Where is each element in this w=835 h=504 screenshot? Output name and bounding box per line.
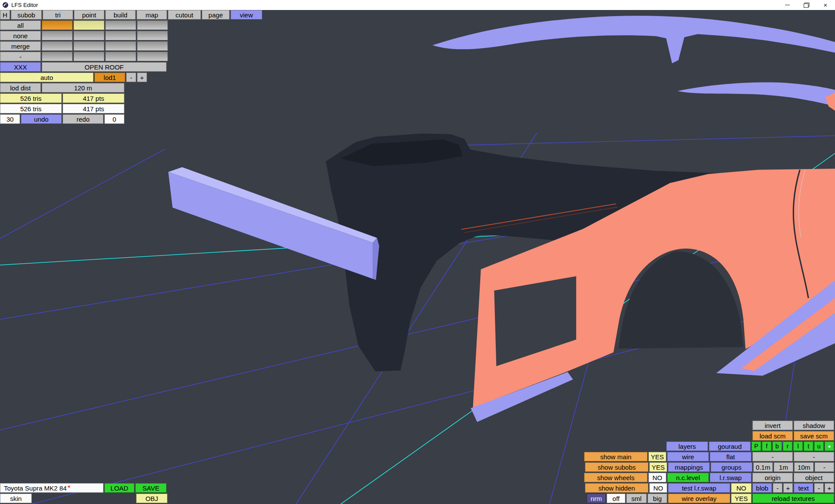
groups-button[interactable]: groups: [711, 462, 752, 472]
wire-overlay-button[interactable]: wire overlay: [668, 494, 730, 503]
channel-u-button[interactable]: u: [814, 441, 824, 451]
test-lr-swap-value[interactable]: NO: [731, 483, 752, 493]
nrm-sml-button[interactable]: sml: [626, 494, 647, 503]
lod-button[interactable]: lod1: [94, 73, 125, 82]
channel-t-button[interactable]: t: [804, 441, 813, 451]
texture-cell[interactable]: [42, 52, 73, 61]
xxx-button[interactable]: XXX: [0, 62, 41, 72]
model-name[interactable]: Toyota Supra MK2 84*: [0, 483, 104, 493]
redo-button[interactable]: redo: [63, 114, 104, 124]
nrm-off-button[interactable]: off: [607, 494, 625, 503]
texture-cell[interactable]: [105, 52, 136, 61]
texture-cell[interactable]: [137, 52, 168, 61]
origin-button[interactable]: origin: [752, 473, 793, 482]
lod-dist-label[interactable]: lod dist: [0, 83, 41, 93]
tab-subob[interactable]: subob: [11, 10, 42, 20]
texture-cell[interactable]: [105, 41, 136, 51]
minimize-button[interactable]: [778, 0, 797, 10]
show-main-button[interactable]: show main: [584, 452, 648, 461]
flat-button[interactable]: flat: [710, 452, 752, 461]
object-button[interactable]: object: [794, 473, 834, 482]
show-hidden-value[interactable]: NO: [649, 483, 667, 493]
texture-cell[interactable]: [105, 20, 136, 30]
save-button[interactable]: SAVE: [135, 483, 167, 493]
load-scm-button[interactable]: load scm: [752, 431, 793, 441]
wire-button[interactable]: wire: [667, 452, 709, 461]
show-main-value[interactable]: YES: [648, 452, 666, 461]
obj-button[interactable]: OBJ: [136, 494, 167, 503]
text-minus-button[interactable]: -: [814, 483, 824, 493]
subobject-name-button[interactable]: OPEN ROOF: [42, 62, 167, 72]
texture-cell[interactable]: [73, 52, 104, 61]
lod-minus-button[interactable]: -: [126, 73, 136, 82]
tab-build[interactable]: build: [105, 10, 136, 20]
texture-cell[interactable]: [42, 41, 73, 51]
tab-page[interactable]: page: [202, 10, 230, 20]
show-subobs-value[interactable]: YES: [649, 462, 667, 472]
grid-step-10m-button[interactable]: 10m: [794, 462, 814, 472]
maximize-button[interactable]: [797, 0, 816, 10]
modified-marker: *: [67, 484, 70, 492]
tab-view-active[interactable]: view: [230, 10, 262, 20]
wire-overlay-value[interactable]: YES: [731, 494, 752, 503]
close-button[interactable]: ×: [816, 0, 835, 10]
blob-minus-button[interactable]: -: [773, 483, 782, 493]
channel-dot-button[interactable]: ●: [825, 441, 834, 451]
text-plus-button[interactable]: +: [825, 483, 834, 493]
skin-button[interactable]: skin: [0, 494, 32, 503]
show-wheels-button[interactable]: show wheels: [584, 473, 648, 482]
blob-button[interactable]: blob: [752, 483, 772, 493]
flat-dash-button[interactable]: -: [794, 452, 834, 461]
auto-button[interactable]: auto: [0, 73, 94, 82]
test-lr-swap-button[interactable]: test l.r.swap: [668, 483, 730, 493]
texture-cell[interactable]: [73, 31, 104, 40]
text-button[interactable]: text: [794, 483, 813, 493]
tab-tri[interactable]: tri: [43, 10, 73, 20]
nrm-big-button[interactable]: big: [648, 494, 667, 503]
nrm-button[interactable]: nrm: [587, 494, 606, 503]
channel-r-button[interactable]: r: [783, 441, 792, 451]
undo-count: 30: [0, 114, 20, 124]
layers-button[interactable]: layers: [666, 441, 708, 451]
tab-point[interactable]: point: [74, 10, 104, 20]
save-scm-button[interactable]: save scm: [794, 431, 834, 441]
reload-textures-button[interactable]: reload textures: [752, 494, 834, 503]
merge-button[interactable]: merge: [0, 41, 41, 51]
mappings-button[interactable]: mappings: [668, 462, 710, 472]
tab-h[interactable]: H: [0, 10, 10, 20]
channel-p-button[interactable]: P: [752, 441, 761, 451]
texture-cell[interactable]: [42, 31, 73, 40]
texture-cell[interactable]: [137, 41, 168, 51]
blob-plus-button[interactable]: +: [783, 483, 793, 493]
texture-cell[interactable]: [73, 41, 104, 51]
gouraud-button[interactable]: gouraud: [709, 441, 751, 451]
wire-dash-button[interactable]: -: [752, 452, 793, 461]
texture-cell[interactable]: [137, 31, 168, 40]
selector-dash-button[interactable]: -: [0, 52, 41, 61]
select-none-button[interactable]: none: [0, 31, 41, 40]
show-hidden-button[interactable]: show hidden: [585, 483, 648, 493]
texture-cell[interactable]: [105, 31, 136, 40]
lr-swap-button[interactable]: l.r.swap: [710, 473, 752, 482]
undo-button[interactable]: undo: [21, 114, 62, 124]
tab-map[interactable]: map: [137, 10, 167, 20]
texture-cell-highlight[interactable]: [73, 20, 104, 30]
select-all-button[interactable]: all: [0, 20, 41, 30]
lod-dist-value[interactable]: 120 m: [42, 83, 124, 93]
grid-step-1m-button[interactable]: 1m: [774, 462, 793, 472]
texture-cell-selected[interactable]: [42, 20, 73, 30]
tab-cutout[interactable]: cutout: [168, 10, 201, 20]
grid-step-dash-button[interactable]: -: [815, 462, 834, 472]
channel-f-button[interactable]: f: [762, 441, 772, 451]
nc-level-button[interactable]: n.c.level: [667, 473, 709, 482]
grid-step-01m-button[interactable]: 0.1m: [753, 462, 773, 472]
channel-b-button[interactable]: b: [772, 441, 782, 451]
channel-l-button[interactable]: l: [793, 441, 803, 451]
show-subobs-button[interactable]: show subobs: [585, 462, 648, 472]
texture-cell[interactable]: [137, 20, 168, 30]
shadow-button[interactable]: shadow: [794, 421, 834, 430]
lod-plus-button[interactable]: +: [137, 73, 147, 82]
invert-button[interactable]: invert: [752, 421, 793, 430]
load-button[interactable]: LOAD: [104, 483, 134, 493]
show-wheels-value[interactable]: NO: [648, 473, 666, 482]
